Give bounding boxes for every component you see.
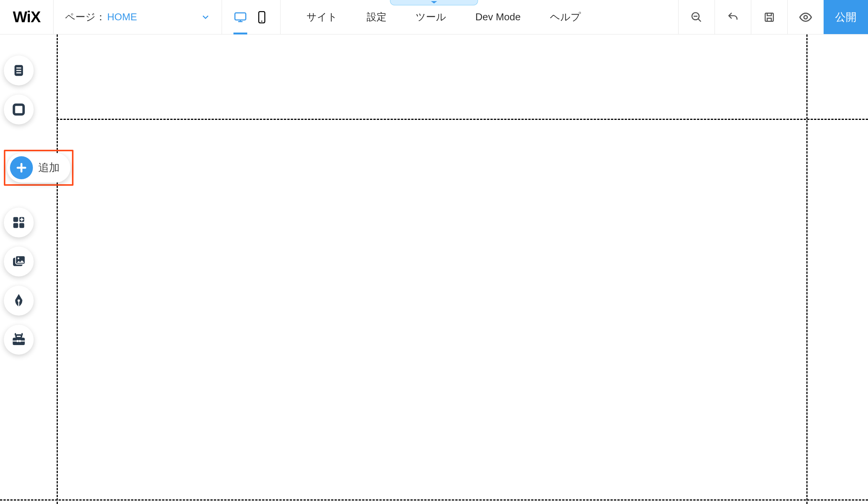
svg-rect-11 bbox=[13, 217, 18, 222]
svg-rect-4 bbox=[765, 13, 773, 21]
page-selector-label: ページ： bbox=[65, 11, 106, 23]
desktop-view-button[interactable] bbox=[230, 0, 251, 34]
svg-rect-20 bbox=[16, 335, 21, 338]
sidebar-add-wrap: 追加 bbox=[4, 150, 73, 186]
svg-rect-13 bbox=[20, 223, 24, 228]
guide-vertical-right bbox=[806, 34, 808, 504]
guide-horizontal-1 bbox=[57, 119, 868, 120]
svg-rect-21 bbox=[17, 340, 18, 342]
save-button[interactable] bbox=[751, 0, 787, 34]
add-highlight-box: 追加 bbox=[4, 150, 73, 186]
plus-circle bbox=[10, 156, 33, 179]
svg-rect-16 bbox=[16, 256, 25, 264]
left-sidebar-lower bbox=[4, 208, 34, 355]
media-icon bbox=[11, 254, 26, 269]
svg-point-17 bbox=[18, 257, 20, 259]
apps-icon bbox=[11, 215, 26, 230]
plus-icon bbox=[16, 162, 27, 173]
mobile-icon bbox=[256, 11, 267, 24]
pen-icon bbox=[11, 292, 26, 309]
svg-rect-7 bbox=[16, 67, 21, 69]
svg-rect-22 bbox=[19, 340, 21, 342]
undo-icon bbox=[727, 11, 739, 23]
svg-rect-8 bbox=[16, 70, 21, 71]
preview-button[interactable] bbox=[787, 0, 824, 34]
svg-rect-10 bbox=[14, 105, 23, 114]
menu-site[interactable]: サイト bbox=[292, 0, 352, 34]
page-selector-name: HOME bbox=[107, 11, 137, 23]
menu-help[interactable]: ヘルプ bbox=[535, 0, 596, 34]
svg-point-2 bbox=[261, 20, 263, 21]
sidebar-add-button[interactable]: 追加 bbox=[7, 153, 70, 183]
preview-icon bbox=[799, 10, 813, 24]
svg-point-5 bbox=[804, 15, 808, 19]
sidebar-pages-button[interactable] bbox=[4, 56, 34, 85]
square-icon bbox=[11, 102, 26, 117]
guide-vertical-left bbox=[57, 34, 58, 504]
add-label: 追加 bbox=[38, 160, 60, 175]
expand-tab[interactable] bbox=[390, 0, 478, 5]
canvas-area[interactable]: 追加 bbox=[0, 34, 868, 504]
page-selector[interactable]: ページ：HOME bbox=[54, 0, 222, 34]
desktop-icon bbox=[234, 11, 247, 24]
publish-button[interactable]: 公開 bbox=[824, 0, 868, 34]
sidebar-background-button[interactable] bbox=[4, 95, 34, 124]
logo-section[interactable]: WiX bbox=[0, 0, 54, 34]
zoom-out-button[interactable] bbox=[678, 0, 715, 34]
right-tools: 公開 bbox=[678, 0, 868, 34]
device-switcher bbox=[222, 0, 281, 34]
wix-logo: WiX bbox=[13, 8, 40, 26]
topbar: WiX ページ：HOME サイト 設定 ツール Dev Mode ヘルプ bbox=[0, 0, 868, 34]
save-icon bbox=[763, 11, 775, 23]
sidebar-apps-button[interactable] bbox=[4, 208, 34, 237]
main-menu: サイト 設定 ツール Dev Mode ヘルプ bbox=[281, 0, 678, 34]
svg-rect-0 bbox=[235, 13, 246, 20]
svg-rect-9 bbox=[16, 72, 21, 74]
mobile-view-button[interactable] bbox=[251, 0, 272, 34]
toolbox-icon bbox=[11, 332, 27, 348]
left-sidebar-upper bbox=[4, 56, 34, 124]
pages-icon bbox=[11, 63, 26, 78]
guide-horizontal-2 bbox=[0, 499, 868, 501]
sidebar-media-button[interactable] bbox=[4, 247, 34, 277]
sidebar-blog-button[interactable] bbox=[4, 286, 34, 316]
zoom-out-icon bbox=[690, 11, 703, 23]
svg-rect-12 bbox=[13, 223, 18, 228]
svg-point-18 bbox=[18, 299, 20, 302]
chevron-down-icon bbox=[201, 13, 210, 22]
sidebar-bookings-button[interactable] bbox=[4, 325, 34, 355]
undo-button[interactable] bbox=[715, 0, 751, 34]
